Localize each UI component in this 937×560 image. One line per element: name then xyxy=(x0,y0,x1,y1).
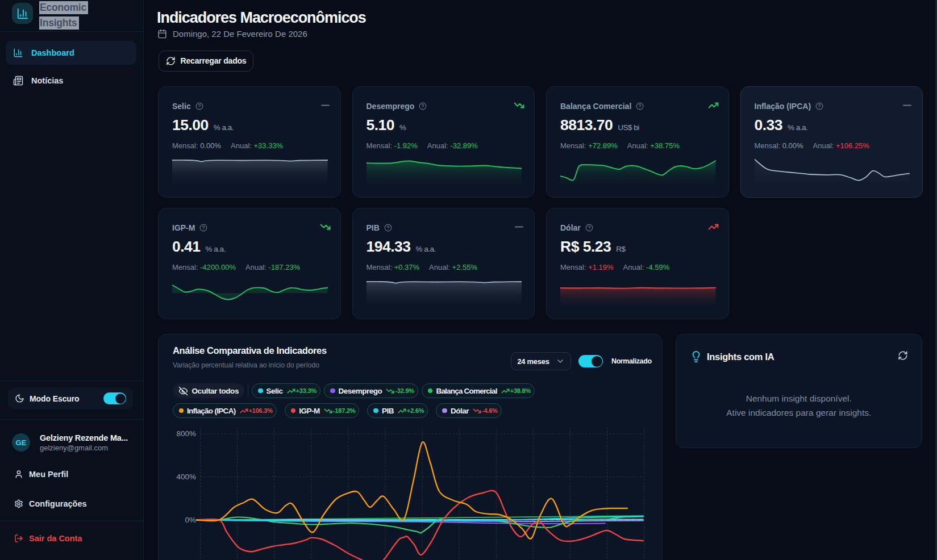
svg-text:400%: 400% xyxy=(176,473,196,481)
svg-text:800%: 800% xyxy=(176,429,196,438)
svg-text:0%: 0% xyxy=(185,516,196,524)
